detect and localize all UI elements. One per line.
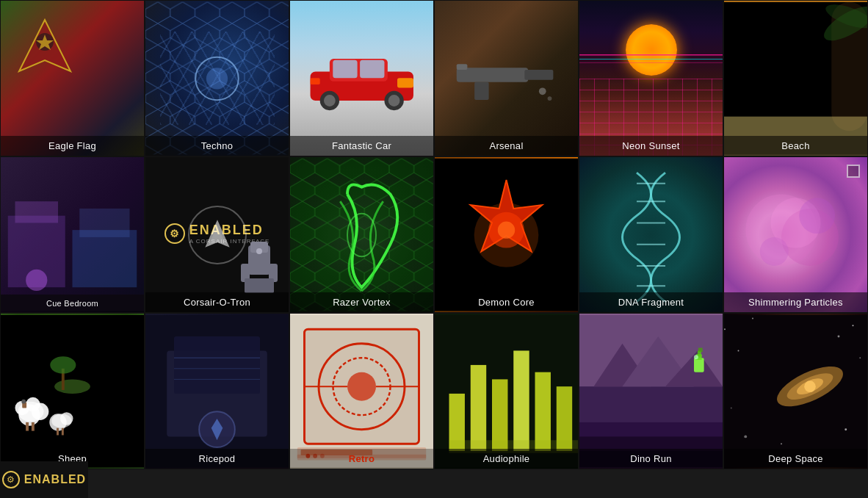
beach-item[interactable]: Beach bbox=[723, 0, 868, 156]
svg-point-81 bbox=[50, 356, 76, 373]
razer-vortex-item[interactable]: Razer Vortex bbox=[289, 156, 434, 313]
svg-rect-18 bbox=[310, 79, 319, 85]
demon-core-label: Demon Core bbox=[435, 292, 578, 312]
svg-rect-78 bbox=[62, 428, 64, 436]
dna-fragment-label: DNA Fragment bbox=[579, 292, 723, 312]
svg-point-8 bbox=[206, 68, 228, 89]
sheep-item[interactable]: Sheep bbox=[0, 313, 145, 469]
deep-space-label: Deep Space bbox=[724, 449, 867, 469]
svg-point-126 bbox=[853, 325, 854, 326]
svg-rect-121 bbox=[698, 348, 703, 353]
svg-point-93 bbox=[347, 372, 376, 401]
svg-point-52 bbox=[498, 221, 515, 238]
wallpaper-grid: Eagle Flag Techno bbox=[0, 0, 868, 498]
bottom-cue-bar: ⚙ ENABLED bbox=[0, 461, 88, 498]
svg-rect-11 bbox=[333, 60, 357, 79]
svg-rect-35 bbox=[73, 230, 137, 287]
svg-rect-12 bbox=[360, 60, 384, 79]
corsair-o-tron-item[interactable]: ⚙ ENABLED A CORSAIR INTERFACE bbox=[145, 156, 289, 313]
svg-point-127 bbox=[838, 335, 840, 337]
svg-point-7 bbox=[195, 57, 239, 101]
svg-point-76 bbox=[51, 414, 71, 428]
svg-rect-106 bbox=[513, 350, 529, 450]
svg-rect-70 bbox=[26, 422, 29, 431]
svg-point-79 bbox=[54, 379, 90, 394]
svg-rect-6 bbox=[145, 2, 289, 155]
eagle-flag-item[interactable]: Eagle Flag bbox=[0, 0, 145, 156]
svg-point-37 bbox=[26, 270, 47, 291]
svg-rect-104 bbox=[471, 365, 486, 451]
svg-point-124 bbox=[724, 328, 726, 330]
techno-item[interactable]: Techno bbox=[145, 0, 289, 156]
neon-sunset-item[interactable]: Neon Sunset bbox=[579, 0, 723, 156]
beach-label: Beach bbox=[724, 136, 867, 156]
cue-bedroom-item[interactable]: Cue Bedroom bbox=[0, 156, 145, 313]
bottom-cue-icon: ⚙ bbox=[2, 471, 20, 488]
deep-space-item[interactable]: Deep Space bbox=[723, 313, 868, 469]
svg-point-136 bbox=[845, 428, 847, 430]
audiophile-item[interactable]: Audiophile bbox=[434, 313, 579, 469]
shimmering-particles-item[interactable]: Shimmering Particles bbox=[723, 156, 868, 313]
ricepod-label: Ricepod bbox=[145, 449, 289, 469]
svg-rect-21 bbox=[474, 82, 489, 99]
dna-fragment-item[interactable]: DNA Fragment bbox=[579, 156, 723, 313]
svg-rect-77 bbox=[57, 428, 59, 436]
dino-run-item[interactable]: Dino Run bbox=[579, 313, 723, 469]
corsair-o-tron-label: Corsair-O-Tron bbox=[145, 292, 289, 312]
svg-rect-34 bbox=[15, 201, 59, 223]
svg-point-73 bbox=[21, 400, 26, 404]
svg-rect-71 bbox=[32, 422, 35, 431]
retro-item[interactable]: Retro bbox=[289, 313, 434, 469]
svg-point-137 bbox=[731, 407, 732, 408]
cue-bedroom-label: Cue Bedroom bbox=[1, 295, 144, 312]
arsenal-label: Arsenal bbox=[435, 136, 578, 156]
bottom-enabled-text: ENABLED bbox=[24, 473, 86, 486]
razer-vortex-label: Razer Vortex bbox=[290, 292, 433, 312]
fantastic-car-item[interactable]: Fantastic Car bbox=[289, 0, 434, 156]
cue-icon: ⚙ bbox=[164, 223, 185, 244]
svg-rect-107 bbox=[535, 372, 551, 451]
svg-point-128 bbox=[738, 350, 739, 351]
svg-point-133 bbox=[804, 380, 816, 392]
svg-rect-19 bbox=[456, 68, 528, 82]
svg-point-24 bbox=[547, 96, 551, 101]
svg-point-122 bbox=[694, 355, 698, 359]
svg-point-16 bbox=[388, 95, 399, 107]
eagle-flag-label: Eagle Flag bbox=[1, 136, 144, 156]
svg-point-23 bbox=[538, 87, 546, 95]
shimmering-particles-label: Shimmering Particles bbox=[724, 292, 867, 312]
svg-rect-17 bbox=[397, 79, 413, 88]
svg-point-129 bbox=[859, 357, 861, 358]
svg-point-135 bbox=[781, 443, 782, 444]
svg-point-125 bbox=[752, 318, 753, 320]
svg-rect-44 bbox=[245, 278, 274, 293]
svg-point-14 bbox=[324, 95, 336, 107]
demon-core-item[interactable]: Demon Core bbox=[434, 156, 579, 313]
ricepod-item[interactable]: Ricepod bbox=[145, 313, 289, 469]
audiophile-label: Audiophile bbox=[435, 449, 578, 469]
arsenal-item[interactable]: Arsenal bbox=[434, 0, 579, 156]
svg-point-62 bbox=[760, 237, 789, 266]
svg-rect-105 bbox=[492, 379, 507, 451]
svg-rect-20 bbox=[524, 70, 553, 80]
retro-label: Retro bbox=[290, 449, 433, 469]
svg-point-63 bbox=[799, 198, 835, 234]
svg-rect-36 bbox=[79, 209, 129, 237]
svg-point-69 bbox=[18, 402, 43, 422]
techno-label: Techno bbox=[145, 136, 289, 156]
svg-point-134 bbox=[744, 435, 747, 438]
svg-rect-22 bbox=[456, 64, 467, 70]
fantastic-car-label: Fantastic Car bbox=[290, 136, 433, 156]
svg-point-41 bbox=[256, 248, 262, 254]
neon-sunset-label: Neon Sunset bbox=[579, 136, 723, 156]
dino-run-label: Dino Run bbox=[579, 449, 723, 469]
svg-rect-84 bbox=[174, 336, 260, 394]
